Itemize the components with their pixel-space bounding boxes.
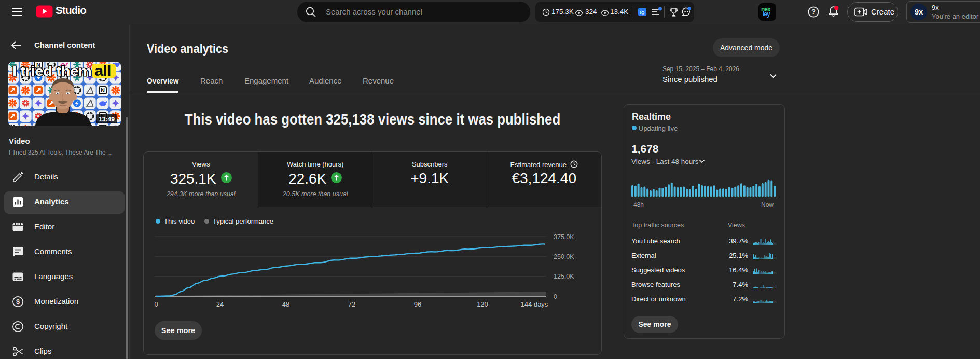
svg-text:24: 24 [216,300,224,308]
svg-text:250.0K: 250.0K [554,253,574,260]
svg-text:0: 0 [154,300,158,308]
svg-text:I tried them: I tried them [12,64,91,79]
svg-text:48: 48 [282,300,289,308]
svg-text:all: all [94,63,111,79]
svg-text:125.0K: 125.0K [554,273,574,280]
svg-text:13:49: 13:49 [99,116,115,123]
svg-text:96: 96 [414,300,421,308]
svg-text:120: 120 [477,300,488,308]
svg-text:144 days: 144 days [521,300,548,308]
svg-text:375.0K: 375.0K [554,233,574,241]
svg-text:72: 72 [348,300,355,308]
svg-text:N: N [101,87,105,93]
svg-text:IQ: IQ [640,10,644,15]
svg-text:?: ? [811,8,816,16]
svg-text:ley: ley [763,10,770,18]
svg-text:$: $ [16,298,20,306]
svg-text:0: 0 [554,293,557,300]
